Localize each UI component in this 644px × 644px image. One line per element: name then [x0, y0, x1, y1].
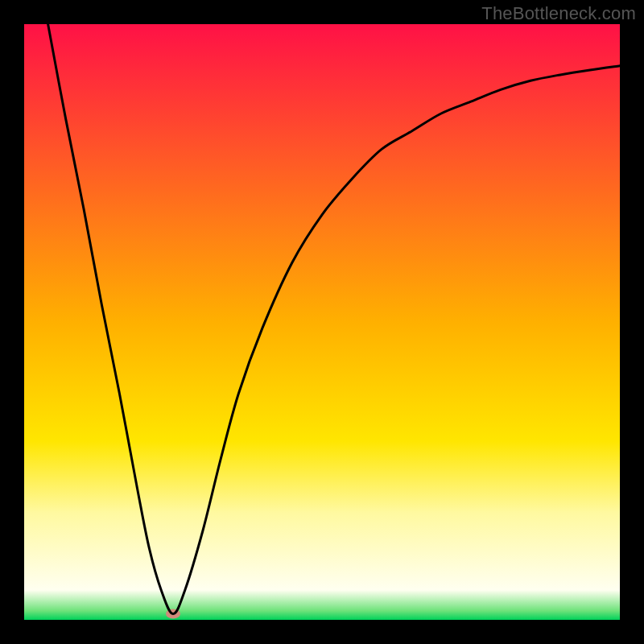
bottleneck-chart — [0, 0, 644, 644]
chart-frame: TheBottleneck.com — [0, 0, 644, 644]
plot-background — [24, 24, 620, 620]
